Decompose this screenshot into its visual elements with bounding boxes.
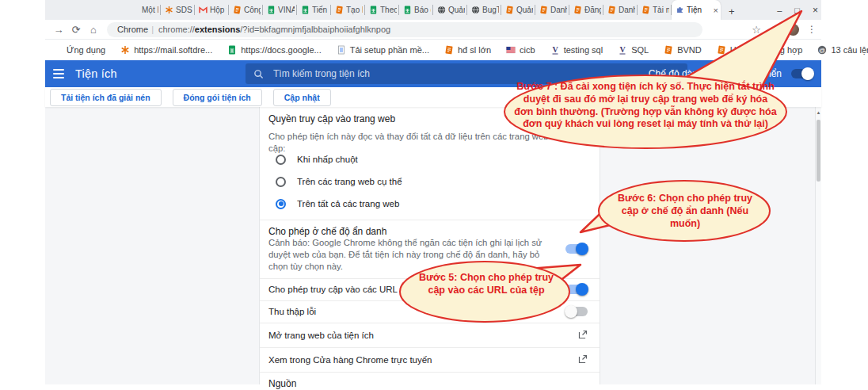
- bookmark-item[interactable]: BVND: [664, 45, 702, 55]
- screenshot-root: Một Bư SDS We Hộp th: [0, 0, 868, 390]
- svg-text:V: V: [620, 45, 626, 54]
- detail-left-pane: [45, 107, 260, 384]
- home-icon[interactable]: ⌂: [85, 24, 102, 36]
- browser-tab[interactable]: SDS We: [161, 0, 195, 20]
- site-access-options: Khi nhấp chuột Trên các trang web cụ thể…: [260, 148, 600, 220]
- sheets-icon: [227, 45, 237, 55]
- invoice-icon: [607, 6, 616, 14]
- browser-tab[interactable]: Danh s: [535, 0, 569, 20]
- view-in-store-row[interactable]: Xem trong Cửa hàng Chrome trực tuyến: [260, 348, 600, 373]
- menu-hamburger-icon[interactable]: [53, 69, 64, 78]
- open-website-label: Mở trang web của tiện ích: [268, 331, 374, 340]
- v-icon: V: [618, 45, 627, 55]
- bookmark-item[interactable]: https://mail.softdre...: [120, 45, 212, 55]
- url-host: extensions: [195, 25, 240, 34]
- none: [53, 45, 63, 55]
- bookmark-item[interactable]: V testing sql: [550, 45, 603, 55]
- chrome-menu-icon[interactable]: ⋮: [807, 24, 817, 35]
- sheets-icon: [403, 6, 412, 14]
- puzzle-icon: [676, 6, 684, 14]
- bookmark-item[interactable]: V SQL: [618, 45, 649, 55]
- browser-tab[interactable]: Hộp th: [195, 0, 229, 20]
- toolbar-right: ☆ ⋮: [752, 24, 817, 36]
- browser-tab[interactable]: Một Bư: [127, 0, 161, 20]
- site-access-option[interactable]: Trên tất cả các trang web: [260, 193, 600, 215]
- globe-icon: [437, 6, 446, 14]
- site-access-option[interactable]: Khi nhấp chuột: [260, 148, 600, 170]
- page-title: Tiện ích: [75, 67, 117, 80]
- address-bar[interactable]: Chrome | chrome://extensions/?id=bkfagmn…: [107, 22, 702, 37]
- none: [131, 6, 139, 14]
- extension-faded-icon[interactable]: [769, 25, 779, 35]
- search-input[interactable]: [272, 67, 680, 80]
- browser-tab[interactable]: Tiến độ: [297, 0, 331, 20]
- error-collection-label: Thu thập lỗi: [268, 307, 316, 316]
- browser-tab[interactable]: Quản l: [501, 0, 535, 20]
- site-access-option[interactable]: Trên các trang web cụ thể: [260, 170, 600, 193]
- open-in-new-icon[interactable]: [578, 354, 588, 365]
- scrollbar-thumb[interactable]: [817, 120, 820, 182]
- error-collection-toggle[interactable]: [565, 307, 588, 316]
- file-urls-toggle[interactable]: [565, 285, 588, 294]
- browser-tab[interactable]: Tài ngu: [638, 0, 672, 20]
- bookmark-star-icon[interactable]: ☆: [752, 24, 761, 36]
- reload-icon[interactable]: ⟳: [67, 24, 85, 36]
- update-button[interactable]: Cập nhật: [273, 89, 331, 106]
- gmail-icon: [199, 6, 207, 14]
- invoice-icon: [505, 6, 514, 14]
- open-in-new-icon[interactable]: [578, 330, 588, 341]
- tab-list: Một Bư SDS We Hộp th: [127, 0, 672, 20]
- browser-tab[interactable]: VINAFR: [263, 0, 297, 20]
- load-unpacked-button[interactable]: Tải tiện ích đã giải nén: [50, 89, 162, 106]
- bookmark-item[interactable]: Hệ thống tổng hợp: [717, 45, 803, 55]
- bookmark-item[interactable]: cicb: [506, 45, 535, 55]
- incognito-description: Cảnh báo: Google Chrome không thể ngăn c…: [268, 237, 560, 273]
- bookmark-item[interactable]: hđ sl lớn: [444, 45, 491, 55]
- sheets-icon: [267, 6, 276, 14]
- svg-text:@: @: [819, 47, 825, 54]
- pack-extension-button[interactable]: Đóng gói tiện ích: [173, 89, 262, 106]
- minimize-button[interactable]: –: [777, 6, 782, 15]
- bookmark-item[interactable]: Ứng dụng: [53, 45, 105, 55]
- tab-close-icon[interactable]: ×: [714, 6, 718, 15]
- bookmark-item[interactable]: @ 13 câu lệnh SQL qu...: [817, 45, 868, 55]
- globe-icon: [471, 6, 480, 14]
- browser-tab[interactable]: Tạo hó: [331, 0, 365, 20]
- bookmark-item[interactable]: Tải setup phần mề...: [337, 45, 429, 55]
- profile-avatar[interactable]: [787, 24, 799, 36]
- invoice-icon: [335, 6, 344, 14]
- invoice-icon: [444, 45, 454, 55]
- browser-tab[interactable]: Danh s: [603, 0, 638, 20]
- new-tab-button[interactable]: +: [729, 6, 735, 17]
- invoice-icon: [573, 6, 582, 14]
- forward-icon[interactable]: →: [50, 24, 67, 36]
- developer-mode-label: Chế độ dành cho nhà phát triển: [649, 68, 782, 79]
- close-button[interactable]: ×: [813, 5, 818, 16]
- browser-tab[interactable]: BugTra: [467, 0, 501, 20]
- browser-tab[interactable]: Đăng n: [569, 0, 603, 20]
- sheets-icon: [369, 6, 378, 14]
- active-tab-extensions[interactable]: Tiện ×: [672, 0, 721, 20]
- developer-mode-toggle[interactable]: [791, 69, 813, 78]
- site-label: Chrome: [117, 25, 148, 34]
- extensions-actions: Tải tiện ích đã giải nén Đóng gói tiện í…: [45, 87, 821, 107]
- browser-tab[interactable]: Quản l: [433, 0, 467, 20]
- incognito-toggle[interactable]: [565, 244, 588, 254]
- view-in-store-label: Xem trong Cửa hàng Chrome trực tuyến: [268, 355, 432, 365]
- radio-button-icon[interactable]: [276, 155, 286, 165]
- radio-button-icon[interactable]: [276, 199, 286, 209]
- extensions-search[interactable]: [246, 63, 687, 84]
- browser-tab[interactable]: Báo cá: [399, 0, 433, 20]
- browser-tab[interactable]: Theo d: [365, 0, 399, 20]
- window-controls: – □ ×: [777, 0, 818, 20]
- bookmarks-bar: Ứng dụng https://mail.softdre... https:/…: [45, 40, 821, 60]
- restore-button[interactable]: □: [794, 6, 800, 15]
- open-website-row[interactable]: Mở trang web của tiện ích: [260, 323, 600, 348]
- sheets-icon: [301, 6, 310, 14]
- browser-tab[interactable]: Công ty: [229, 0, 263, 20]
- scrollbar[interactable]: ▲: [815, 107, 821, 384]
- scrollbar-up-icon[interactable]: ▲: [816, 110, 821, 115]
- radio-button-icon[interactable]: [276, 177, 286, 187]
- source-label: Nguồn: [268, 378, 588, 389]
- bookmark-item[interactable]: https://docs.google...: [227, 45, 322, 55]
